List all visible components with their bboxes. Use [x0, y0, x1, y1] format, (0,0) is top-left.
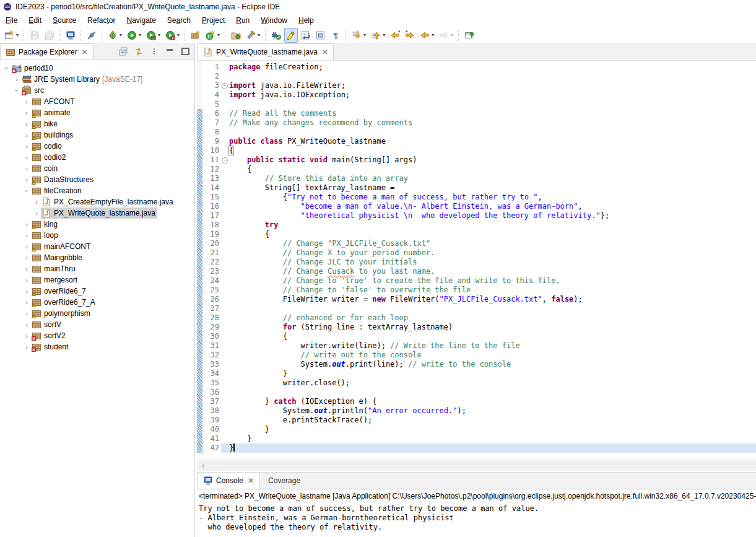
dropdown-arrow-icon[interactable]: ▾: [258, 32, 260, 38]
chevron-collapsed-icon[interactable]: ›: [32, 209, 41, 217]
last-edit-location-button[interactable]: *: [388, 28, 402, 43]
menu-navigate[interactable]: Navigate: [121, 15, 161, 26]
tree-item-px-writequote-lastname-java[interactable]: ›JPX_WriteQuote_lastname.java: [0, 207, 194, 219]
tree-item-px-createemptyfile-lastname-java[interactable]: ›JPX_CreateEmptyFile_lastname.java: [0, 196, 194, 207]
tree-item-polymorphism[interactable]: ›polymorphism: [0, 308, 194, 319]
menu-refactor[interactable]: Refactor: [82, 15, 121, 26]
back-button[interactable]: ▾: [418, 28, 436, 43]
close-icon[interactable]: ✕: [82, 48, 88, 56]
chevron-collapsed-icon[interactable]: ›: [22, 164, 31, 173]
chevron-collapsed-icon[interactable]: ›: [22, 264, 31, 273]
open-type-button[interactable]: [229, 28, 243, 43]
new-wizard-button[interactable]: ▾: [2, 28, 20, 43]
chevron-expanded-icon[interactable]: ›: [2, 64, 11, 72]
project-tree[interactable]: ›Jperiod10›JRE System Library[JavaSE-17]…: [0, 60, 194, 537]
chevron-collapsed-icon[interactable]: ›: [22, 253, 31, 262]
chevron-expanded-icon[interactable]: ›: [22, 186, 31, 195]
dropdown-arrow-icon[interactable]: ▾: [139, 32, 141, 38]
tree-item-src[interactable]: ›src: [0, 85, 194, 96]
menu-run[interactable]: Run: [230, 15, 255, 26]
chevron-collapsed-icon[interactable]: ›: [22, 97, 31, 106]
chevron-collapsed-icon[interactable]: ›: [22, 320, 31, 329]
tree-item-override6-7[interactable]: ›overRide6_7: [0, 286, 194, 297]
dropdown-arrow-icon[interactable]: ▾: [363, 32, 366, 38]
maximize-view-button[interactable]: [180, 46, 190, 56]
tree-item-sortv2[interactable]: ›sortV2: [0, 330, 194, 341]
search-button[interactable]: ▾: [244, 28, 262, 43]
link-with-editor-button[interactable]: [134, 46, 144, 56]
chevron-collapsed-icon[interactable]: ›: [22, 298, 31, 307]
tree-item-codio[interactable]: ›codio: [0, 141, 194, 152]
tree-item-codio2[interactable]: ›codio2: [0, 152, 194, 163]
tree-item-afcont[interactable]: ›AFCONT: [0, 96, 194, 107]
chevron-collapsed-icon[interactable]: ›: [32, 198, 41, 206]
chevron-collapsed-icon[interactable]: ›: [22, 242, 31, 251]
dropdown-arrow-icon[interactable]: ▾: [158, 32, 160, 38]
dropdown-arrow-icon[interactable]: ▾: [432, 32, 434, 38]
menu-file[interactable]: File: [0, 15, 23, 26]
open-console-button[interactable]: [64, 28, 77, 43]
close-icon[interactable]: ✕: [322, 48, 328, 56]
chevron-collapsed-icon[interactable]: ›: [22, 231, 31, 240]
chevron-collapsed-icon[interactable]: ›: [22, 120, 31, 128]
previous-annotation-button[interactable]: ▾: [369, 28, 387, 43]
debug-button[interactable]: ▾: [106, 28, 124, 43]
tree-item-coin[interactable]: ›coin: [0, 163, 194, 174]
menu-search[interactable]: Search: [162, 15, 196, 26]
tree-item-bike[interactable]: ›bike: [0, 118, 194, 129]
tree-item-filecreation[interactable]: ›fileCreation: [0, 185, 194, 196]
editor-horizontal-scrollbar[interactable]: ‹: [197, 460, 756, 471]
chevron-expanded-icon[interactable]: ›: [12, 86, 21, 95]
dropdown-arrow-icon[interactable]: ▾: [383, 32, 385, 38]
tree-item-animate[interactable]: ›animate: [0, 107, 194, 118]
tree-item-mainafcont[interactable]: ›mainAFCONT: [0, 241, 194, 252]
tree-item-buildings[interactable]: ›buildings: [0, 129, 194, 141]
tree-item-loop[interactable]: ›loop: [0, 230, 194, 241]
next-annotation-button[interactable]: ▾: [350, 28, 368, 43]
close-icon[interactable]: ✕: [248, 476, 254, 485]
view-menu-button[interactable]: ⋮: [149, 46, 159, 56]
tree-item-jre-system-library[interactable]: ›JRE System Library[JavaSE-17]: [0, 74, 194, 85]
menu-project[interactable]: Project: [196, 15, 230, 26]
dropdown-arrow-icon[interactable]: ▾: [16, 32, 19, 38]
chevron-collapsed-icon[interactable]: ›: [22, 153, 31, 162]
dropdown-arrow-icon[interactable]: ▾: [451, 32, 453, 38]
chevron-collapsed-icon[interactable]: ›: [22, 108, 31, 117]
tab-editor-file[interactable]: J PX_WriteQuote_lastname.java ✕: [198, 43, 334, 60]
skip-all-breakpoints-button[interactable]: [85, 28, 98, 43]
block-selection-button[interactable]: [314, 28, 328, 43]
tree-item-mainthru[interactable]: ›mainThru: [0, 263, 194, 274]
chevron-collapsed-icon[interactable]: ›: [22, 287, 31, 295]
dropdown-arrow-icon[interactable]: ▾: [119, 32, 122, 38]
open-plugin-artifact-button[interactable]: [269, 28, 283, 43]
fold-collapse-icon[interactable]: −: [222, 157, 228, 164]
chevron-collapsed-icon[interactable]: ›: [22, 276, 31, 284]
menu-window[interactable]: Window: [255, 15, 293, 26]
tree-item-student[interactable]: ›student: [0, 341, 194, 352]
mark-occurrences-button[interactable]: [284, 28, 298, 43]
chevron-collapsed-icon[interactable]: ›: [22, 343, 31, 351]
scroll-left-icon[interactable]: ‹: [202, 461, 204, 470]
pin-editor-button[interactable]: [463, 28, 476, 43]
new-java-class-button[interactable]: C▾: [204, 28, 222, 43]
dropdown-arrow-icon[interactable]: ▾: [217, 32, 220, 38]
dropdown-arrow-icon[interactable]: ▾: [177, 32, 180, 38]
tree-item-mergesort[interactable]: ›mergesort: [0, 274, 194, 286]
chevron-collapsed-icon[interactable]: ›: [22, 331, 31, 340]
tree-item-king[interactable]: ›king: [0, 219, 194, 230]
tree-item-maingribble[interactable]: ›Maingribble: [0, 252, 194, 263]
chevron-collapsed-icon[interactable]: ›: [22, 142, 31, 151]
coverage-button[interactable]: ▾: [144, 28, 162, 43]
tree-item-override6-7-a[interactable]: ›overRide6_7_A: [0, 297, 194, 308]
menu-help[interactable]: Help: [293, 15, 319, 26]
run-button[interactable]: ▾: [125, 28, 143, 43]
chevron-collapsed-icon[interactable]: ›: [22, 220, 31, 229]
fold-collapse-icon[interactable]: −: [222, 83, 228, 89]
code-editor[interactable]: 1package fileCreation;23−import java.io.…: [197, 61, 756, 460]
profile-button[interactable]: ▾: [163, 28, 181, 43]
tab-package-explorer[interactable]: Package Explorer ✕: [0, 43, 93, 59]
menu-edit[interactable]: Edit: [23, 15, 47, 26]
next-edit-location-button[interactable]: *: [403, 28, 417, 43]
tree-item-period10[interactable]: ›Jperiod10: [0, 63, 194, 74]
chevron-collapsed-icon[interactable]: ›: [22, 175, 31, 184]
